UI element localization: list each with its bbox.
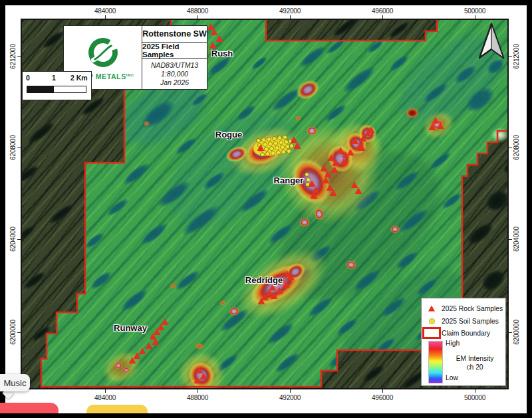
- grid-label: 496000: [372, 394, 393, 401]
- area-label: Rogue: [215, 130, 242, 140]
- legend-rock-label: 2025 Rock Samples: [442, 305, 503, 312]
- grid-tick: [507, 148, 512, 148]
- grid-tick: [105, 15, 106, 20]
- grid-tick: [17, 148, 22, 148]
- legend-claim-label: Claim Boundary: [442, 330, 490, 337]
- grid-label: 484000: [94, 7, 116, 15]
- ramp-metals-logo-icon: [85, 35, 121, 70]
- legend-high-label: High: [446, 340, 460, 347]
- grid-tick: [507, 332, 512, 333]
- company-suffix: INC: [126, 73, 134, 77]
- grid-label: 6200000: [9, 320, 17, 345]
- grid-label: 6204000: [513, 227, 520, 252]
- legend-em-title: EM Intensity ch 20: [447, 354, 503, 372]
- projection-info: NAD83/UTM13 1:80,000 Jan 2026: [142, 59, 207, 89]
- grid-label: 492000: [279, 7, 301, 15]
- grid-tick: [290, 388, 291, 393]
- grid-tick: [17, 239, 22, 240]
- legend-low-label: Low: [446, 374, 458, 381]
- em-intensity-gradient: [428, 341, 443, 383]
- scale-one: 1: [52, 74, 56, 82]
- grid-tick: [382, 388, 383, 393]
- claim-boundary-icon: [422, 327, 441, 339]
- north-arrow-icon: [477, 22, 506, 63]
- legend-soil-label: 2025 Soil Samples: [442, 318, 499, 325]
- area-label: Runway: [114, 323, 147, 333]
- legend: 2025 Rock Samples 2025 Soil Samples Clai…: [421, 298, 506, 386]
- bottom-black-band: [0, 413, 532, 418]
- area-label: Redridge: [245, 275, 283, 285]
- grid-label: 488000: [187, 394, 208, 401]
- rock-sample-icon: [428, 306, 435, 312]
- map-title: Rottenstone SW: [142, 26, 207, 43]
- music-tooltip[interactable]: Music: [0, 374, 30, 391]
- scale-label: 1:80,000: [161, 70, 188, 78]
- scale-bar-graphic: [27, 86, 86, 93]
- map-subtitle: 2025 Field Samples: [142, 43, 207, 59]
- grid-tick: [475, 15, 475, 20]
- grid-label: 492000: [279, 394, 301, 401]
- grid-tick: [382, 15, 383, 20]
- grid-tick: [198, 388, 198, 393]
- area-label: Ranger: [274, 175, 304, 185]
- datum-label: NAD83/UTM13: [151, 61, 198, 70]
- grid-label: 6208000: [9, 135, 17, 160]
- grid-label: 6212000: [9, 44, 17, 69]
- scale-bar: 0 1 2 Km: [22, 71, 92, 100]
- grid-label: 488000: [187, 7, 208, 15]
- grid-tick: [290, 15, 291, 20]
- grid-label: 6212000: [513, 44, 520, 69]
- grid-tick: [17, 332, 22, 333]
- grid-tick: [198, 15, 198, 20]
- grid-label: 6208000: [513, 135, 520, 160]
- grid-label: 6204000: [9, 227, 17, 252]
- scale-two-km: 2 Km: [70, 74, 88, 82]
- grid-label: 6200000: [513, 320, 520, 345]
- area-label: Rush: [211, 49, 233, 58]
- grid-tick: [507, 239, 512, 240]
- grid-tick: [17, 56, 22, 57]
- music-tooltip-label: Music: [4, 378, 27, 388]
- grid-label: 496000: [372, 7, 393, 15]
- grid-label: 500000: [464, 394, 485, 401]
- date-label: Jan 2026: [160, 78, 189, 87]
- grid-tick: [475, 388, 475, 393]
- grid-tick: [507, 56, 512, 57]
- soil-sample-icon: [430, 319, 434, 324]
- scale-zero: 0: [26, 74, 30, 82]
- grid-label: 484000: [94, 394, 116, 401]
- grid-label: 500000: [464, 7, 485, 15]
- grid-tick: [105, 388, 106, 393]
